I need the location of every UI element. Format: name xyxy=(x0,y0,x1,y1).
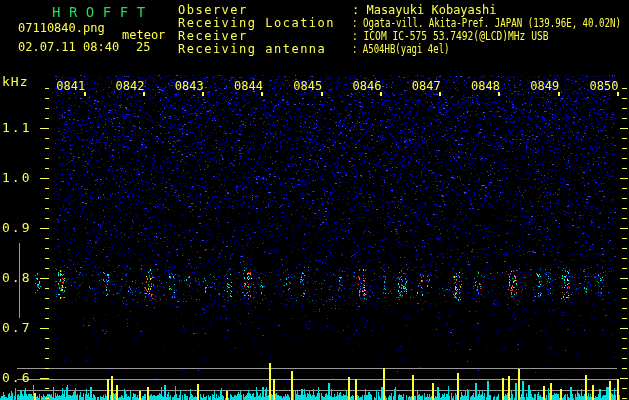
hrofft-screen: HROFFT 07110840.png meteor 02.07.11 08:4… xyxy=(0,0,629,400)
time-tick-label: 0844 xyxy=(233,79,263,93)
observation-info: Observer: Masayuki Kobayashi Receiving L… xyxy=(178,4,629,56)
time-tick-label: 0849 xyxy=(530,79,560,93)
time-tick-label: 0848 xyxy=(470,79,500,93)
spectrogram-canvas xyxy=(0,0,629,400)
freq-tick-label: 0.8 xyxy=(2,270,31,285)
freq-tick-label: 1.1 xyxy=(2,120,31,135)
time-tick-label: 0850 xyxy=(589,79,619,93)
output-filename: 07110840.png xyxy=(18,21,105,35)
observation-datetime: 02.07.11 08:40 xyxy=(18,40,119,54)
freq-tick-label: 1.0 xyxy=(2,170,31,185)
time-tick-label: 0845 xyxy=(293,79,323,93)
info-row-antenna: Receiving antenna: A504HB(yagi 4el) xyxy=(178,43,629,56)
time-tick-label: 0847 xyxy=(411,79,441,93)
time-tick-label: 0846 xyxy=(352,79,382,93)
freq-tick-label: 0.6 xyxy=(2,370,31,385)
time-tick-label: 0843 xyxy=(174,79,204,93)
info-value: : A504HB(yagi 4el) xyxy=(352,43,450,56)
time-tick-label: 0841 xyxy=(56,79,86,93)
app-title: HROFFT xyxy=(52,4,154,20)
meteor-count: 25 xyxy=(136,40,150,54)
time-tick-label: 0842 xyxy=(115,79,145,93)
freq-axis-unit-label: kHz xyxy=(2,74,28,89)
freq-tick-label: 0.9 xyxy=(2,220,31,235)
info-label: Receiving antenna xyxy=(178,43,352,56)
freq-tick-label: 0.7 xyxy=(2,320,31,335)
